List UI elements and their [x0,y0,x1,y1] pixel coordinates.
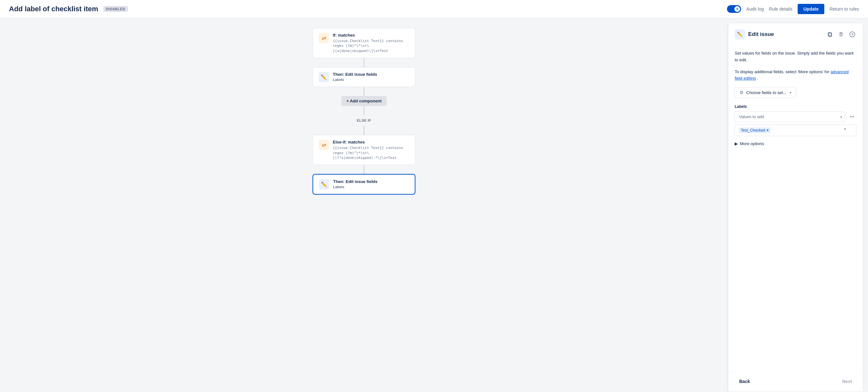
svg-text:?: ? [851,33,854,37]
then-edit-1-title: Then: Edit issue fields [333,72,409,77]
gear-icon: ⚙ [740,90,744,95]
pencil-blue-icon-2: ✏️ [321,182,327,188]
split-orange-icon-wrap: ⇄ [319,33,329,43]
page-header: Add label of checklist item DISABLED ✕ A… [0,0,868,18]
panel-pencil-icon: ✏️ [737,31,743,37]
page-title: Add label of checklist item [9,5,98,13]
if-matches-title: If: matches [333,33,409,38]
else-if-label: ELSE IF [353,118,374,123]
values-to-add-wrapper: Values to add ▾ [735,111,845,122]
panel-title: Edit issue [748,31,823,38]
then-edit-2-title: Then: Edit issue fields [333,179,409,184]
else-if-matches-title: Else-if: matches [333,140,409,144]
disabled-badge: DISABLED [103,6,128,12]
tag-remove-x[interactable]: × [767,128,769,132]
connector-1 [364,58,364,67]
tag-select-wrapper: Test_Checked × ▾ [735,125,857,136]
panel-icon-wrap: ✏️ [735,29,745,39]
panel-body: Set values for fields on the issue. Simp… [728,44,863,371]
panel-desc-1: Set values for fields on the issue. Simp… [735,50,857,64]
values-to-add-select[interactable]: Values to add [735,111,845,122]
add-component-button[interactable]: + Add component [341,96,387,106]
pencil-blue-icon-wrap-1: ✏️ [319,72,329,82]
help-button[interactable]: ? [848,30,857,38]
tag-select-chevron-icon: ▾ [844,127,846,130]
connector-3 [364,106,364,115]
panel-header: ✏️ Edit issue ? [728,24,863,44]
then-edit-2-node[interactable]: ✏️ Then: Edit issue fields Labels [313,174,415,195]
enable-toggle[interactable]: ✕ [727,5,741,13]
trash-icon [838,32,844,37]
connector-4 [364,126,364,135]
split-orange-icon-2: ⇄ [322,142,326,148]
panel-desc-2: To display additional fields, select 'Mo… [735,69,857,82]
if-matches-desc: {{issue.Checklist Text}} contains regex … [333,38,409,53]
toggle-knob: ✕ [734,6,740,12]
audit-log-link[interactable]: Audit log [746,6,764,11]
main-layout: ⇄ If: matches {{issue.Checklist Text}} c… [0,18,868,391]
next-button: Next [838,376,857,387]
chevron-down-icon: ▾ [789,91,791,94]
else-if-matches-desc: {{issue.Checklist Text}} contains regex … [333,145,409,160]
connector-5 [364,165,364,174]
tag-select-display[interactable]: Test_Checked × ▾ [735,125,857,136]
labels-field-label: Labels [735,104,857,109]
right-panel: ✏️ Edit issue ? [728,24,863,391]
toggle-container[interactable]: ✕ [727,5,741,13]
pencil-blue-icon-wrap-2: ✏️ [319,179,329,189]
update-button[interactable]: Update [798,4,824,14]
then-edit-1-subtitle: Labels [333,78,409,81]
if-matches-node[interactable]: ⇄ If: matches {{issue.Checklist Text}} c… [313,28,415,58]
choose-fields-button[interactable]: ⚙ Choose fields to set... ▾ [735,87,796,98]
flow-canvas: ⇄ If: matches {{issue.Checklist Text}} c… [0,18,728,391]
panel-footer: Back Next [728,371,863,391]
split-orange-icon-wrap-2: ⇄ [319,140,329,150]
pencil-blue-icon-1: ✏️ [320,74,327,80]
chevron-right-icon: ▶ [735,141,738,146]
labels-field-row: Values to add ▾ ··· [735,111,857,122]
more-options-link[interactable]: ▶ More options [735,141,857,146]
test-checked-tag: Test_Checked × [739,127,771,133]
then-edit-1-node[interactable]: ✏️ Then: Edit issue fields Labels [313,67,415,87]
delete-button[interactable] [837,31,845,38]
copy-button[interactable] [826,31,834,38]
help-icon: ? [849,31,855,37]
return-to-rules-link[interactable]: Return to rules [830,6,859,11]
more-options-dots-button[interactable]: ··· [848,113,857,121]
else-if-matches-node[interactable]: ⇄ Else-if: matches {{issue.Checklist Tex… [313,135,415,165]
split-orange-icon: ⇄ [322,35,326,41]
flow-column: ⇄ If: matches {{issue.Checklist Text}} c… [309,28,418,195]
copy-icon [828,32,833,37]
connector-2 [364,87,364,96]
then-edit-2-subtitle: Labels [333,185,409,189]
back-button[interactable]: Back [735,376,754,387]
panel-header-actions: ? [826,30,857,38]
rule-details-link[interactable]: Rule details [769,6,793,11]
